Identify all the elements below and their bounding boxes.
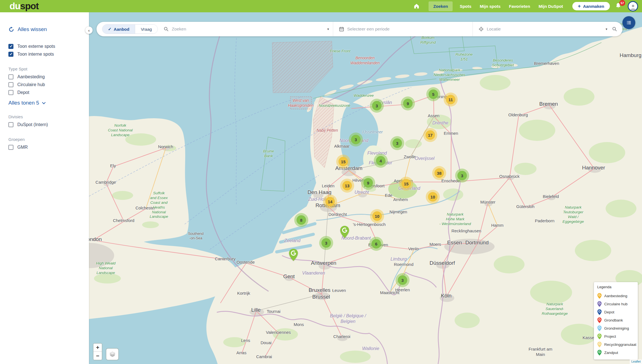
map-cluster-14[interactable]: 14 [325, 197, 335, 206]
cluster-count: 3 [396, 141, 398, 146]
map-cluster-3[interactable]: 3 [457, 171, 467, 180]
map-cluster-9[interactable]: 9 [363, 178, 373, 188]
cluster-count: 3 [325, 241, 327, 245]
legend-item-grondreiniging: Grondreiniging [597, 324, 635, 332]
logo-spot: spot [20, 1, 39, 11]
checkbox-duspot-intern[interactable]: DuSpot (Intern) [8, 121, 83, 129]
show-all-link[interactable]: Alles tonen 5 [8, 100, 83, 106]
cluster-count: 38 [437, 171, 442, 176]
map-cluster-5[interactable]: 5 [429, 89, 438, 99]
toggle-aanbod-label: Aanbod [114, 27, 130, 32]
legend-pin-icon [597, 325, 602, 331]
layers-button[interactable] [106, 348, 119, 360]
checkbox-aanbesteding[interactable]: Aanbesteding [8, 73, 83, 81]
filter-bar: ✓ Aanbod Vraag ▾ ▾ [97, 22, 622, 36]
nav-item-spots[interactable]: Spots [460, 4, 471, 9]
checkbox-gmr[interactable]: GMR [8, 143, 83, 151]
zoom-in-button[interactable]: + [93, 344, 102, 352]
nav-item-mijn-spots[interactable]: Mijn spots [480, 4, 500, 9]
legend-item-label: Depot [604, 310, 614, 314]
list-view-button[interactable] [622, 16, 635, 29]
leaflet-link[interactable]: Leaflet [631, 360, 641, 363]
logo-du: du [10, 1, 20, 11]
app-root: duspot ZoekenSpotsMijn spotsFavorietenMi… [0, 0, 642, 364]
legend-item-recyclinggranulaat: Recyclinggranulaat [597, 341, 635, 349]
map-cluster-15[interactable]: 15 [338, 157, 348, 166]
map-cluster-10[interactable]: 10 [372, 211, 382, 221]
filter-search-section: ✓ Aanbod Vraag ▾ [97, 22, 333, 36]
map-cluster-17[interactable]: 17 [425, 130, 435, 140]
filter-location-section: ▾ [473, 22, 622, 36]
location-dropdown-caret[interactable]: ▾ [606, 27, 607, 31]
map-cluster-11[interactable]: 11 [446, 95, 455, 104]
legend-item-label: Aanbesteding [604, 294, 627, 298]
map-cluster-10[interactable]: 10 [428, 192, 438, 202]
map-cluster-4[interactable]: 4 [376, 156, 385, 166]
legend-item-aanbesteding: Aanbesteding [597, 292, 635, 300]
checkbox-box[interactable] [8, 52, 13, 57]
legend-pin-icon [597, 309, 602, 315]
create-button[interactable]: + Aanmaken [572, 2, 610, 10]
create-button-label: Aanmaken [583, 4, 604, 9]
cluster-count: 15 [404, 181, 409, 186]
checkbox-toon-interne-spots[interactable]: Toon interne spots [8, 50, 83, 58]
nav-item-zoeken[interactable]: Zoeken [429, 1, 453, 11]
clear-all-button[interactable]: Alles wissen [8, 26, 83, 32]
checkbox-box[interactable] [8, 145, 13, 150]
zoom-out-button[interactable]: − [93, 352, 102, 360]
checkbox-box[interactable] [8, 122, 13, 127]
map-cluster-3[interactable]: 3 [398, 275, 407, 285]
location-input[interactable] [487, 27, 602, 32]
map-cluster-3[interactable]: 3 [351, 135, 361, 144]
legend-pin-icon [597, 317, 602, 323]
map-cluster-3[interactable]: 3 [321, 238, 331, 248]
location-search-icon[interactable] [612, 26, 617, 32]
checkbox-depot[interactable]: Depot [8, 89, 83, 96]
map-pin-project[interactable] [289, 249, 298, 261]
nav-item-favorieten[interactable]: Favorieten [509, 4, 530, 9]
map-attribution: Leaflet [630, 360, 642, 364]
map-canvas[interactable]: NorwichElyCambridgeColchesterChelmsfordS… [89, 12, 642, 364]
cluster-count: 10 [431, 195, 435, 199]
checkbox-label: Toon interne spots [17, 52, 54, 57]
sidebar-collapse-button[interactable]: ‹ [85, 27, 93, 34]
refresh-icon [8, 27, 14, 32]
notifications-button[interactable]: 57 [615, 3, 622, 10]
map-cluster-9[interactable]: 9 [403, 99, 413, 108]
search-input[interactable] [172, 27, 323, 32]
map-cluster-15[interactable]: 15 [401, 179, 411, 188]
home-icon[interactable] [413, 3, 420, 9]
map-cluster-13[interactable]: 13 [342, 181, 352, 190]
nav-items: ZoekenSpotsMijn spotsFavorietenMijn DuSp… [426, 1, 567, 11]
map-cluster-6[interactable]: 6 [371, 239, 381, 249]
toggle-vraag[interactable]: Vraag [135, 25, 157, 34]
checkbox-label: Depot [17, 90, 29, 95]
checkbox-label: Aanbesteding [17, 74, 45, 79]
cluster-count: 9 [367, 181, 369, 185]
period-input[interactable] [347, 27, 472, 32]
main-nav: ZoekenSpotsMijn spotsFavorietenMijn DuSp… [413, 0, 642, 12]
legend-pin-icon [597, 350, 602, 356]
toggle-aanbod[interactable]: ✓ Aanbod [102, 25, 135, 34]
checkbox-box[interactable] [8, 44, 13, 49]
nav-item-mijn-duspot[interactable]: Mijn DuSpot [538, 4, 563, 9]
map-cluster-8[interactable]: 8 [297, 215, 306, 225]
map-cluster-38[interactable]: 38 [434, 168, 444, 178]
notification-badge: 57 [619, 0, 625, 6]
legend-item-label: Recyclinggranulaat [604, 342, 636, 347]
checkbox-label: DuSpot (Intern) [17, 122, 48, 127]
search-dropdown-caret[interactable]: ▾ [327, 27, 329, 31]
checkbox-toon-externe-spots[interactable]: Toon externe spots [8, 42, 83, 50]
legend-item-circulaire-hub: Circulaire hub [597, 300, 635, 308]
cluster-count: 13 [345, 183, 350, 188]
checkbox-box[interactable] [8, 82, 13, 87]
map-cluster-3[interactable]: 3 [372, 101, 382, 110]
map-pin-project[interactable] [340, 226, 349, 238]
checkbox-box[interactable] [8, 90, 13, 95]
avatar[interactable] [628, 1, 638, 11]
cluster-count: 3 [461, 173, 463, 178]
checkbox-circulaire-hub[interactable]: Circulaire hub [8, 81, 83, 89]
logo[interactable]: duspot [10, 0, 39, 12]
map-cluster-3[interactable]: 3 [392, 138, 402, 148]
checkbox-box[interactable] [8, 74, 13, 79]
